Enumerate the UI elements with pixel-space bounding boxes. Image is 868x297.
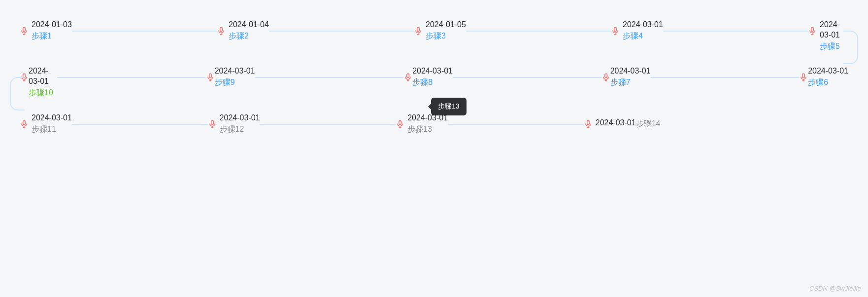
timeline-step: 步骤8 xyxy=(412,77,453,88)
timeline-item-text: 2024-03-01 步骤8 xyxy=(412,66,453,88)
svg-rect-13 xyxy=(587,120,590,124)
microphone-icon xyxy=(601,72,610,83)
microphone-icon xyxy=(414,26,423,37)
timeline-item-text: 2024-03-01 步骤6 xyxy=(808,66,848,88)
microphone-icon xyxy=(584,119,593,130)
timeline-date: 2024-03-01 xyxy=(596,118,636,129)
timeline-connector xyxy=(57,77,206,78)
timeline-row-3: 2024-03-01 步骤11 2024-03-01 步骤12 2024-03-… xyxy=(20,113,848,135)
tooltip: 步骤13 xyxy=(431,98,467,115)
timeline-connector xyxy=(72,31,217,32)
timeline-step: 步骤10 xyxy=(29,88,57,98)
svg-rect-5 xyxy=(802,74,805,78)
svg-rect-12 xyxy=(399,120,401,124)
timeline-item-text: 2024-01-03 步骤1 xyxy=(32,20,72,41)
timeline-date: 2024-03-01 xyxy=(29,66,57,87)
timeline-connector xyxy=(453,77,601,78)
timeline-date: 2024-01-03 xyxy=(32,20,72,30)
svg-rect-0 xyxy=(23,28,26,32)
timeline-item[interactable]: 2024-03-01 步骤5 xyxy=(808,20,848,51)
timeline-row-2: 2024-03-01 步骤6 2024-03-01 步骤7 2024-03-01… xyxy=(20,66,848,98)
timeline-step: 步骤12 xyxy=(220,124,260,135)
microphone-icon xyxy=(206,72,215,83)
timeline-item-text: 2024-03-01 步骤4 xyxy=(623,20,663,41)
timeline-date: 2024-01-04 xyxy=(229,20,269,30)
timeline-date: 2024-03-01 xyxy=(220,113,260,123)
timeline-connector xyxy=(663,31,808,32)
timeline-step: 步骤9 xyxy=(215,77,255,88)
timeline-step: 步骤1 xyxy=(32,31,72,41)
microphone-icon xyxy=(20,26,29,37)
timeline-item[interactable]: 2024-03-01 步骤9 xyxy=(57,66,255,88)
timeline-item-text: 2024-01-04 步骤2 xyxy=(229,20,269,41)
timeline-item-text: 2024-03-01 步骤10 xyxy=(29,66,57,98)
timeline-item[interactable]: 2024-01-03 步骤1 xyxy=(20,20,217,41)
timeline-step: 步骤4 xyxy=(623,31,663,41)
microphone-icon xyxy=(403,72,412,83)
timeline-item[interactable]: 2024-03-01 步骤14 xyxy=(584,113,661,130)
timeline-item[interactable]: 2024-03-01 步骤13 xyxy=(396,113,584,135)
timeline-item[interactable]: 2024-03-01 步骤12 xyxy=(208,113,396,135)
timeline-item[interactable]: 2024-01-04 步骤2 xyxy=(217,20,414,41)
timeline-date: 2024-03-01 xyxy=(215,66,255,76)
microphone-icon xyxy=(808,26,817,37)
timeline-item[interactable]: 2024-03-01 步骤4 xyxy=(611,20,808,41)
timeline-item[interactable]: 2024-03-01 步骤10 xyxy=(20,66,57,98)
timeline-step: 步骤14 xyxy=(636,119,661,129)
timeline-step: 步骤6 xyxy=(808,77,848,88)
timeline-item-text: 2024-03-01 步骤11 xyxy=(32,113,72,135)
snake-connector xyxy=(10,77,25,111)
svg-rect-2 xyxy=(417,28,420,32)
timeline-item-text: 2024-03-01 步骤9 xyxy=(215,66,255,88)
timeline-date: 2024-01-05 xyxy=(426,20,466,30)
microphone-icon xyxy=(396,119,404,130)
timeline-item-text: 2024-01-05 步骤3 xyxy=(426,20,466,41)
timeline-date: 2024-03-01 xyxy=(412,66,453,76)
timeline-item-text: 2024-03-01 步骤13 xyxy=(407,113,448,135)
svg-rect-8 xyxy=(209,74,211,78)
microphone-icon xyxy=(611,26,620,37)
microphone-icon xyxy=(208,119,217,130)
svg-rect-7 xyxy=(407,74,409,78)
timeline-item[interactable]: 2024-03-01 步骤7 xyxy=(453,66,651,88)
timeline-item[interactable]: 2024-03-01 步骤6 xyxy=(651,66,849,88)
svg-rect-10 xyxy=(23,120,26,124)
timeline-connector xyxy=(448,124,584,125)
snake-connector xyxy=(843,31,858,64)
timeline-connector xyxy=(269,31,414,32)
microphone-icon xyxy=(20,119,29,130)
timeline-date: 2024-03-01 xyxy=(623,20,663,30)
timeline-item[interactable]: 2024-03-01 步骤11 xyxy=(20,113,208,135)
svg-rect-4 xyxy=(811,28,814,32)
timeline-connector xyxy=(72,124,208,125)
timeline-step: 步骤2 xyxy=(229,31,269,41)
svg-rect-6 xyxy=(604,74,607,78)
timeline-date: 2024-03-01 xyxy=(610,66,651,76)
svg-rect-3 xyxy=(614,28,617,32)
microphone-icon xyxy=(217,26,226,37)
timeline-item-text: 2024-03-01 步骤12 xyxy=(220,113,260,135)
svg-rect-1 xyxy=(220,28,223,32)
svg-rect-11 xyxy=(211,120,213,124)
tooltip-text: 步骤13 xyxy=(438,102,460,110)
timeline-item-text: 2024-03-01 步骤7 xyxy=(610,66,651,88)
timeline-connector xyxy=(651,77,800,78)
timeline-connector xyxy=(255,77,404,78)
timeline-item[interactable]: 2024-01-05 步骤3 xyxy=(414,20,611,41)
timeline-row-1: 2024-01-03 步骤1 2024-01-04 步骤2 2024-01-05… xyxy=(20,20,848,51)
watermark: CSDN @SwJieJie xyxy=(809,285,861,292)
microphone-icon xyxy=(799,72,808,83)
timeline-date: 2024-03-01 xyxy=(808,66,848,76)
timeline-connector xyxy=(260,124,396,125)
timeline-item[interactable]: 2024-03-01 步骤8 xyxy=(255,66,453,88)
timeline-step: 步骤11 xyxy=(32,124,72,135)
timeline-item-text: 2024-03-01 步骤14 xyxy=(596,118,661,129)
timeline-date: 2024-03-01 xyxy=(32,113,72,123)
timeline-step: 步骤13 xyxy=(407,124,448,135)
timeline-step: 步骤7 xyxy=(610,77,651,88)
timeline-connector xyxy=(466,31,611,32)
timeline-step: 步骤3 xyxy=(426,31,466,41)
